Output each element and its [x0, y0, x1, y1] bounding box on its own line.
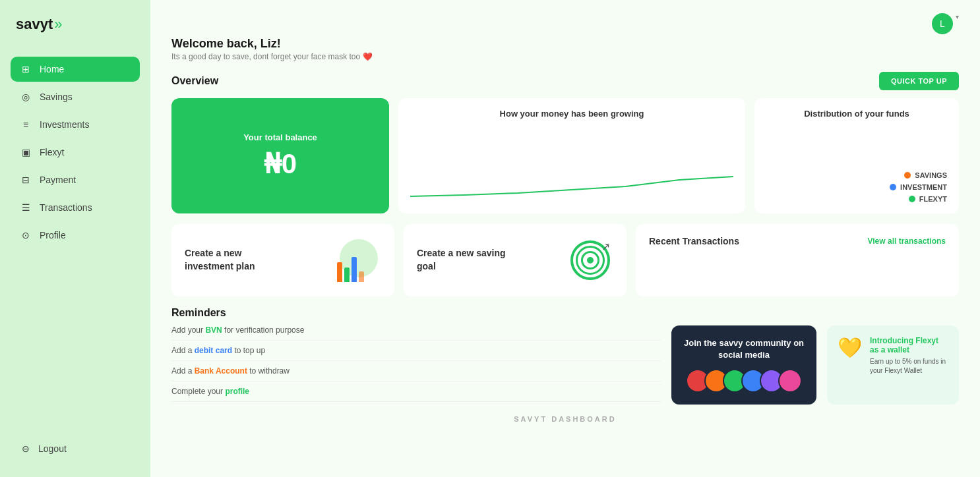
reminders-title: Reminders: [171, 307, 959, 319]
legend-item-investment: INVESTMENT: [890, 183, 947, 191]
quick-topup-button[interactable]: QUICK TOP UP: [879, 72, 959, 90]
flexyt-desc: Earn up to 5% on funds in your Flexyt Wa…: [870, 357, 948, 376]
reminders-content: Add your BVN for verification purposeAdd…: [171, 325, 959, 405]
create-investment-card[interactable]: Create a new investment plan: [171, 224, 394, 296]
transactions-title: Recent Transactions: [649, 236, 739, 246]
overview-header: Overview QUICK TOP UP: [171, 72, 959, 90]
logo-arrow: »: [54, 16, 62, 33]
avatar[interactable]: L: [932, 13, 953, 34]
reminder-link-0[interactable]: BVN: [205, 325, 222, 335]
balance-card: Your total balance ₦0: [171, 98, 389, 213]
sidebar-item-transactions[interactable]: ☰ Transactions: [11, 195, 140, 220]
community-title: Join the savvy community on social media: [682, 337, 806, 361]
home-icon: ⊞: [20, 63, 32, 75]
distribution-title: Distribution of your funds: [766, 109, 947, 119]
sidebar-label-savings: Savings: [40, 92, 73, 102]
reminders-list: Add your BVN for verification purposeAdd…: [171, 325, 661, 405]
profile-icon: ⊙: [20, 229, 32, 241]
reminder-link-3[interactable]: profile: [225, 387, 249, 396]
avatar-dropdown-icon[interactable]: ▾: [956, 13, 959, 34]
flexyt-title: Introducing Flexyt as a wallet: [870, 336, 948, 354]
legend-item-flexyt: FLEXYT: [909, 195, 947, 203]
flexyt-text: Introducing Flexyt as a wallet Earn up t…: [870, 336, 948, 376]
main-content: L ▾ Welcome back, Liz! Its a good day to…: [150, 0, 980, 477]
legend-label-investment: INVESTMENT: [900, 183, 947, 191]
investment-icon: [335, 237, 381, 283]
logout-label: Logout: [38, 443, 67, 454]
logo: savyt »: [11, 16, 140, 33]
growth-title: How your money has been growing: [410, 109, 733, 119]
legend-dot-flexyt: [909, 196, 915, 202]
sidebar-item-flexyt[interactable]: ▣ Flexyt: [11, 140, 140, 165]
payment-icon: ⊟: [20, 174, 32, 186]
logout-item[interactable]: ⊖ Logout: [11, 436, 140, 461]
legend-label-savings: SAVINGS: [915, 171, 947, 179]
overview-cards-row: Your total balance ₦0 How your money has…: [171, 98, 959, 213]
legend-dot-savings: [904, 172, 911, 179]
sidebar-item-payment[interactable]: ⊟ Payment: [11, 167, 140, 192]
legend-item-savings: SAVINGS: [904, 171, 947, 179]
community-avatars: [686, 369, 802, 393]
flexyt-promo-card: 💛 Introducing Flexyt as a wallet Earn up…: [827, 325, 959, 405]
sidebar-label-transactions: Transactions: [40, 202, 92, 213]
nav-menu: ⊞ Home ◎ Savings ≡ Investments ▣ Flexyt …: [11, 57, 140, 436]
sidebar-item-home[interactable]: ⊞ Home: [11, 57, 140, 82]
transactions-card: Recent Transactions View all transaction…: [636, 224, 959, 296]
avatar-initial: L: [940, 18, 945, 29]
footer-text: SAVYT DASHBOARD: [171, 415, 959, 423]
action-row: Create a new investment plan Create a ne…: [171, 224, 959, 296]
create-saving-label: Create a new saving goal: [417, 247, 516, 273]
sidebar-item-savings[interactable]: ◎ Savings: [11, 84, 140, 109]
reminder-item-1: Add a debit card to top up: [171, 346, 661, 361]
sidebar-label-payment: Payment: [40, 175, 76, 185]
saving-icon: ↗: [567, 237, 613, 283]
welcome-subtitle: Its a good day to save, dont forget your…: [171, 52, 959, 61]
logo-text: savyt: [16, 16, 53, 33]
welcome-title: Welcome back, Liz!: [171, 37, 959, 51]
sidebar-label-profile: Profile: [40, 230, 66, 240]
reminders-section: Reminders Add your BVN for verification …: [171, 307, 959, 405]
reminder-item-0: Add your BVN for verification purpose: [171, 325, 661, 341]
transactions-icon: ☰: [20, 202, 32, 213]
create-investment-label: Create a new investment plan: [185, 247, 284, 273]
investments-icon: ≡: [20, 119, 32, 130]
logout-icon: ⊖: [20, 443, 32, 455]
reminder-item-2: Add a Bank Account to withdraw: [171, 366, 661, 381]
reminder-link-1[interactable]: debit card: [195, 346, 232, 355]
flexyt-icon: ▣: [20, 146, 32, 158]
community-card: Join the savvy community on social media: [671, 325, 816, 405]
legend-dot-investment: [890, 184, 896, 190]
transactions-header: Recent Transactions View all transaction…: [649, 236, 946, 246]
create-saving-card[interactable]: Create a new saving goal ↗: [404, 224, 627, 296]
flexyt-emoji: 💛: [838, 336, 862, 359]
reminder-link-2[interactable]: Bank Account: [195, 366, 247, 376]
balance-label: Your total balance: [243, 132, 317, 142]
sidebar-item-investments[interactable]: ≡ Investments: [11, 112, 140, 137]
sidebar-label-flexyt: Flexyt: [40, 147, 64, 157]
community-avatar-5: [778, 369, 802, 393]
reminder-item-3: Complete your profile: [171, 387, 661, 402]
growth-chart: [410, 124, 733, 203]
sidebar: savyt » ⊞ Home ◎ Savings ≡ Investments ▣…: [0, 0, 150, 477]
topbar: L ▾: [171, 13, 959, 34]
savings-icon: ◎: [20, 91, 32, 103]
welcome-section: Welcome back, Liz! Its a good day to sav…: [171, 37, 959, 61]
balance-amount: ₦0: [264, 148, 297, 180]
legend-label-flexyt: FLEXYT: [919, 195, 947, 203]
target-arrow-icon: ↗: [601, 240, 610, 253]
sidebar-item-profile[interactable]: ⊙ Profile: [11, 223, 140, 248]
view-all-transactions-link[interactable]: View all transactions: [868, 237, 946, 246]
growth-card: How your money has been growing: [398, 98, 745, 213]
sidebar-label-investments: Investments: [40, 119, 89, 130]
distribution-card: Distribution of your funds SAVINGS INVES…: [754, 98, 959, 213]
sidebar-label-home: Home: [40, 64, 64, 74]
overview-title: Overview: [171, 75, 218, 87]
distribution-legend: SAVINGS INVESTMENT FLEXYT: [766, 171, 947, 203]
